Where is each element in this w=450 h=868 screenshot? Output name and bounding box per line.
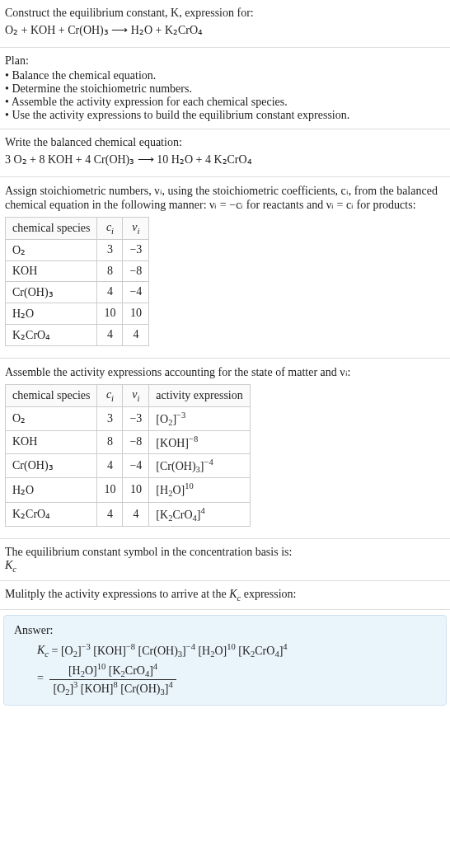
table-row: H₂O 10 10 (6, 303, 149, 324)
intro-section: Construct the equilibrium constant, K, e… (0, 0, 450, 48)
stoich-intro: Assign stoichiometric numbers, νᵢ, using… (5, 184, 445, 212)
cell-vi: −4 (123, 281, 149, 303)
symbol-section: The equilibrium constant symbol in the c… (0, 539, 450, 581)
cell-species: KOH (6, 260, 97, 281)
plan-item: Assemble the activity expression for eac… (5, 96, 445, 109)
cell-ci: 8 (97, 260, 123, 281)
table-row: Cr(OH)₃ 4 −4 (6, 281, 149, 303)
cell-species: H₂O (6, 478, 97, 502)
cell-activity: [O2]−3 (149, 406, 250, 430)
cell-species: K₂CrO₄ (6, 502, 97, 526)
activity-intro: Assemble the activity expressions accoun… (5, 365, 445, 379)
activity-section: Assemble the activity expressions accoun… (0, 359, 450, 539)
cell-species: O₂ (6, 239, 97, 260)
cell-species: K₂CrO₄ (6, 324, 97, 345)
unbalanced-equation: O₂ + KOH + Cr(OH)₃ ⟶ H₂O + K₂CrO₄ (5, 23, 445, 37)
stoich-section: Assign stoichiometric numbers, νᵢ, using… (0, 177, 450, 359)
cell-activity: [Cr(OH)3]−4 (149, 453, 250, 477)
activity-table: chemical species ci νi activity expressi… (5, 384, 251, 527)
cell-ci: 3 (97, 406, 123, 430)
cell-ci: 3 (97, 239, 123, 260)
cell-vi: −3 (123, 406, 149, 430)
balanced-heading: Write the balanced chemical equation: (5, 136, 445, 149)
cell-vi: 4 (123, 502, 149, 526)
multiply-section: Mulitply the activity expressions to arr… (0, 581, 450, 610)
cell-vi: 10 (123, 303, 149, 324)
symbol-line1: The equilibrium constant symbol in the c… (5, 546, 445, 559)
multiply-text: Mulitply the activity expressions to arr… (5, 588, 445, 603)
stoich-table: chemical species ci νi O₂ 3 −3 KOH 8 −8 … (5, 217, 149, 346)
cell-vi: −3 (123, 239, 149, 260)
cell-ci: 4 (97, 453, 123, 477)
cell-ci: 4 (97, 281, 123, 303)
table-row: H₂O 10 10 [H2O]10 (6, 478, 251, 502)
cell-species: Cr(OH)₃ (6, 453, 97, 477)
plan-item: Balance the chemical equation. (5, 69, 445, 82)
table-row: Cr(OH)₃ 4 −4 [Cr(OH)3]−4 (6, 453, 251, 477)
cell-activity: [KOH]−8 (149, 431, 250, 454)
cell-species: Cr(OH)₃ (6, 281, 97, 303)
col-species: chemical species (6, 218, 97, 240)
table-row: K₂CrO₄ 4 4 (6, 324, 149, 345)
cell-vi: −8 (123, 431, 149, 454)
answer-label: Answer: (14, 624, 436, 637)
cell-species: H₂O (6, 303, 97, 324)
cell-ci: 10 (97, 478, 123, 502)
answer-box: Answer: Kc = [O2]−3 [KOH]−8 [Cr(OH)3]−4 … (3, 615, 447, 706)
cell-ci: 10 (97, 303, 123, 324)
table-row: O₂ 3 −3 [O2]−3 (6, 406, 251, 430)
cell-activity: [H2O]10 (149, 478, 250, 502)
table-header-row: chemical species ci νi activity expressi… (6, 384, 251, 406)
plan-heading: Plan: (5, 54, 445, 68)
col-species: chemical species (6, 384, 97, 406)
intro-text: Construct the equilibrium constant, K, e… (5, 7, 254, 19)
cell-vi: −8 (123, 260, 149, 281)
symbol-kc: Kc (5, 559, 445, 574)
table-row: KOH 8 −8 (6, 260, 149, 281)
plan-item: Determine the stoichiometric numbers. (5, 82, 445, 96)
col-vi: νi (123, 384, 149, 406)
cell-activity: [K2CrO4]4 (149, 502, 250, 526)
col-activity: activity expression (149, 384, 250, 406)
intro-line: Construct the equilibrium constant, K, e… (5, 7, 445, 20)
cell-vi: 4 (123, 324, 149, 345)
answer-fraction: = [H2O]10 [K2CrO4]4 [O2]3 [KOH]8 [Cr(OH)… (14, 662, 436, 697)
table-header-row: chemical species ci νi (6, 218, 149, 240)
cell-ci: 4 (97, 324, 123, 345)
cell-ci: 4 (97, 502, 123, 526)
cell-vi: −4 (123, 453, 149, 477)
col-ci: ci (97, 384, 123, 406)
cell-species: O₂ (6, 406, 97, 430)
plan-list: Balance the chemical equation. Determine… (5, 69, 445, 122)
col-ci: ci (97, 218, 123, 240)
plan-item: Use the activity expressions to build th… (5, 109, 445, 122)
col-vi: νi (123, 218, 149, 240)
plan-section: Plan: Balance the chemical equation. Det… (0, 48, 450, 129)
cell-vi: 10 (123, 478, 149, 502)
balanced-equation: 3 O₂ + 8 KOH + 4 Cr(OH)₃ ⟶ 10 H₂O + 4 K₂… (5, 152, 445, 167)
cell-ci: 8 (97, 431, 123, 454)
table-row: O₂ 3 −3 (6, 239, 149, 260)
table-row: KOH 8 −8 [KOH]−8 (6, 431, 251, 454)
table-row: K₂CrO₄ 4 4 [K2CrO4]4 (6, 502, 251, 526)
cell-species: KOH (6, 431, 97, 454)
answer-expression: Kc = [O2]−3 [KOH]−8 [Cr(OH)3]−4 [H2O]10 … (14, 642, 436, 659)
balanced-section: Write the balanced chemical equation: 3 … (0, 129, 450, 177)
